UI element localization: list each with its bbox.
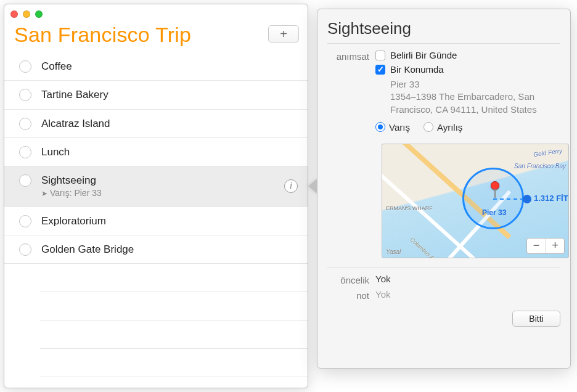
reminder-row[interactable]: Exploratorium	[4, 207, 308, 235]
map-text-wharf: ERMAN'S WHARF	[386, 206, 433, 212]
reminders-list: Coffee Tartine Bakery Alcatraz Island Lu…	[4, 52, 308, 388]
empty-row	[40, 292, 308, 321]
done-button[interactable]: Bitti	[512, 311, 560, 327]
empty-row	[40, 377, 308, 388]
popover-arrow-icon	[308, 179, 317, 194]
map-pin-label: Pier 33	[482, 208, 506, 217]
map-text-ferry: Gold Ferry	[533, 147, 562, 158]
empty-row	[40, 321, 308, 349]
complete-toggle[interactable]	[19, 118, 31, 130]
minimize-window-button[interactable]	[23, 10, 30, 18]
reminder-row[interactable]: Alcatraz Island	[4, 110, 308, 138]
location-address[interactable]: Pier 33 1354–1398 The Embarcadero, San F…	[390, 78, 560, 116]
radio-selected-icon[interactable]	[375, 122, 385, 132]
note-row[interactable]: not Yok	[327, 289, 560, 301]
reminder-detail-popover: Sightseeing anımsat Belirli Bir Günde Bi…	[317, 9, 571, 369]
reminder-row[interactable]: Golden Gate Bridge	[4, 235, 308, 264]
complete-toggle[interactable]	[19, 243, 31, 256]
zoom-in-button[interactable]: +	[546, 239, 564, 253]
reminder-title: Tartine Bakery	[41, 88, 298, 101]
complete-toggle[interactable]	[19, 60, 31, 73]
remind-row: anımsat Belirli Bir Günde Bir Konumda Pi…	[327, 50, 560, 140]
location-map[interactable]: Gold Ferry San Francisco Bay ERMAN'S WHA…	[382, 144, 569, 258]
zoom-out-button[interactable]: −	[527, 239, 546, 253]
map-text-columbus: Columbus Av	[409, 236, 437, 258]
list-title: San Francisco Trip	[14, 23, 191, 47]
geofence-radius-label: 1.312 FİT	[534, 194, 568, 203]
map-zoom-controls: − +	[526, 238, 565, 254]
reminder-title: Sightseeing	[41, 174, 298, 187]
add-reminder-button[interactable]: +	[268, 25, 299, 43]
complete-toggle[interactable]	[19, 89, 31, 101]
checkbox-icon[interactable]	[375, 51, 385, 60]
reminder-title: Golden Gate Bridge	[41, 243, 298, 256]
zoom-window-button[interactable]	[35, 10, 43, 18]
reminder-subtitle-text: Varış: Pier 33	[50, 188, 102, 199]
map-pin-icon	[491, 181, 499, 190]
address-line-1: Pier 33	[390, 78, 560, 91]
reminder-row[interactable]: Coffee	[4, 52, 308, 81]
reminder-title-wrap: Sightseeing ➤ Varış: Pier 33	[41, 174, 298, 199]
reminder-subtitle: ➤ Varış: Pier 33	[41, 188, 298, 199]
location-icon: ➤	[41, 189, 47, 198]
detail-title[interactable]: Sightseeing	[327, 19, 560, 38]
plus-icon: +	[280, 27, 287, 41]
complete-toggle[interactable]	[19, 146, 31, 158]
reminder-title: Alcatraz Island	[41, 117, 298, 130]
geofence-circle[interactable]	[462, 168, 524, 229]
remind-at-location-label: Bir Konumda	[390, 64, 444, 75]
reminder-row[interactable]: Lunch	[4, 138, 308, 166]
arriving-radio[interactable]: Varış	[375, 122, 410, 133]
close-window-button[interactable]	[10, 10, 18, 18]
priority-row[interactable]: öncelik Yok	[327, 274, 560, 285]
radio-icon[interactable]	[424, 122, 433, 132]
reminder-title: Lunch	[41, 145, 298, 158]
leaving-radio[interactable]: Ayrılış	[424, 122, 462, 133]
empty-row	[40, 349, 308, 377]
divider	[327, 43, 560, 44]
address-line-2: 1354–1398 The Embarcadero, San Francisco…	[390, 91, 560, 116]
complete-toggle[interactable]	[19, 174, 31, 187]
arriving-label: Varış	[389, 122, 410, 133]
note-label: not	[327, 289, 375, 301]
reminder-title: Coffee	[41, 60, 298, 73]
remind-label: anımsat	[327, 50, 375, 62]
map-legal-link[interactable]: Yasal	[386, 248, 401, 255]
remind-at-location-option[interactable]: Bir Konumda	[375, 64, 560, 75]
note-value[interactable]: Yok	[375, 289, 560, 300]
priority-label: öncelik	[327, 274, 375, 285]
reminder-row-selected[interactable]: Sightseeing ➤ Varış: Pier 33 i	[4, 166, 308, 207]
checkbox-checked-icon[interactable]	[375, 65, 385, 75]
info-button[interactable]: i	[284, 179, 298, 193]
divider	[327, 267, 560, 267]
reminder-title: Exploratorium	[41, 214, 298, 227]
reminders-window: San Francisco Trip + Coffee Tartine Bake…	[4, 4, 308, 388]
map-text-bay: San Francisco Bay	[514, 163, 566, 169]
traffic-lights	[10, 10, 43, 18]
remind-on-day-label: Belirli Bir Günde	[390, 50, 457, 60]
leaving-label: Ayrılış	[437, 122, 462, 133]
remind-on-day-option[interactable]: Belirli Bir Günde	[375, 50, 560, 60]
reminder-row[interactable]: Tartine Bakery	[4, 81, 308, 109]
geofence-direction: Varış Ayrılış	[375, 122, 560, 133]
geofence-radius-handle[interactable]	[523, 195, 531, 203]
empty-row	[40, 264, 308, 292]
complete-toggle[interactable]	[19, 215, 31, 227]
priority-value[interactable]: Yok	[375, 274, 560, 284]
